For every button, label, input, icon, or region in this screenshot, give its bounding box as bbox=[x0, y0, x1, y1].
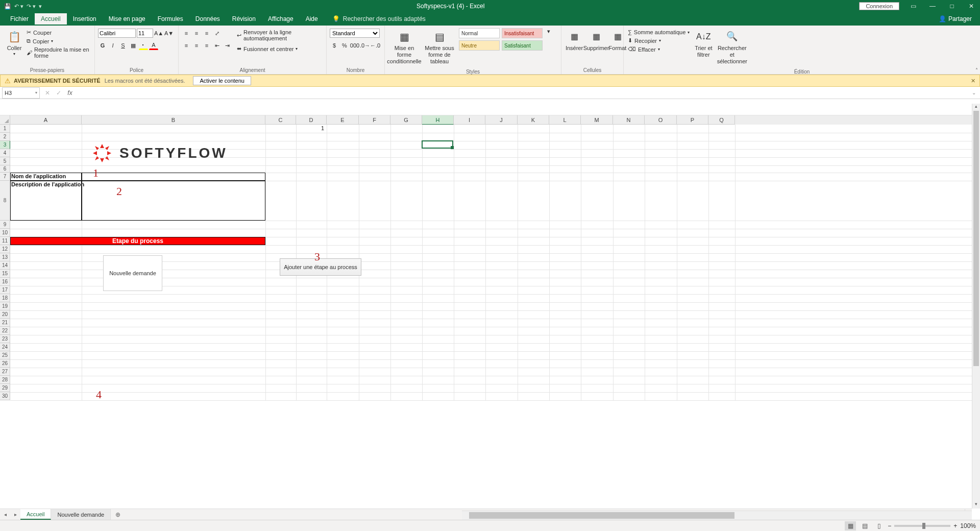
row-header-17[interactable]: 17 bbox=[0, 286, 10, 294]
row-header-13[interactable]: 13 bbox=[0, 253, 10, 261]
menu-accueil[interactable]: Accueil bbox=[35, 13, 67, 25]
percent-icon[interactable]: % bbox=[340, 41, 349, 50]
decrease-decimal-icon[interactable]: ←.0 bbox=[371, 41, 380, 50]
insert-cells-button[interactable]: ▦Insérer bbox=[565, 27, 584, 54]
row-header-30[interactable]: 30 bbox=[0, 392, 10, 400]
fill-color-button[interactable]: 🞍 bbox=[139, 41, 148, 50]
cut-button[interactable]: ✂Couper bbox=[26, 29, 91, 36]
menu-insertion[interactable]: Insertion bbox=[67, 13, 103, 25]
col-header-A[interactable]: A bbox=[10, 115, 82, 125]
col-header-P[interactable]: P bbox=[677, 115, 708, 125]
row-header-9[interactable]: 9 bbox=[0, 221, 10, 229]
nouvelle-demande-box[interactable]: Nouvelle demande bbox=[103, 255, 162, 291]
underline-button[interactable]: S bbox=[118, 41, 128, 50]
menu-aide[interactable]: Aide bbox=[300, 13, 324, 25]
col-header-E[interactable]: E bbox=[327, 115, 359, 125]
cell-a7-label[interactable]: Nom de l'application bbox=[11, 173, 66, 179]
font-color-button[interactable]: A bbox=[149, 41, 158, 50]
font-size-combo[interactable] bbox=[137, 29, 153, 38]
row-header-28[interactable]: 28 bbox=[0, 376, 10, 384]
menu-donnees[interactable]: Données bbox=[189, 13, 226, 25]
ajouter-etape-button[interactable]: Ajouter une étape au process bbox=[280, 258, 361, 276]
row-header-23[interactable]: 23 bbox=[0, 335, 10, 343]
row-header-20[interactable]: 20 bbox=[0, 310, 10, 319]
italic-button[interactable]: I bbox=[108, 41, 117, 50]
row-header-5[interactable]: 5 bbox=[0, 157, 10, 165]
menu-formules[interactable]: Formules bbox=[152, 13, 189, 25]
row-header-14[interactable]: 14 bbox=[0, 261, 10, 270]
col-header-C[interactable]: C bbox=[265, 115, 296, 125]
row-header-24[interactable]: 24 bbox=[0, 343, 10, 351]
row-header-11[interactable]: 11 bbox=[0, 237, 10, 245]
col-header-H[interactable]: H bbox=[422, 115, 454, 125]
cell-d1[interactable]: 1 bbox=[296, 125, 326, 131]
align-middle-icon[interactable]: ≡ bbox=[192, 29, 201, 38]
sheet-tab-nouvelle-demande[interactable]: Nouvelle demande bbox=[51, 509, 111, 520]
cell-b8[interactable] bbox=[82, 181, 265, 221]
align-left-icon[interactable]: ≡ bbox=[182, 41, 191, 50]
hscroll-thumb[interactable] bbox=[469, 512, 734, 519]
orientation-icon[interactable]: ⤢ bbox=[212, 29, 222, 38]
merge-center-button[interactable]: ⬌Fusionner et centrer▾ bbox=[236, 45, 323, 53]
normal-view-icon[interactable]: ▦ bbox=[845, 521, 856, 530]
autosum-button[interactable]: ∑Somme automatique▾ bbox=[627, 29, 691, 36]
col-header-J[interactable]: J bbox=[485, 115, 518, 125]
sheet-tab-accueil[interactable]: Accueil bbox=[20, 509, 51, 520]
styles-more-icon[interactable]: ▾ bbox=[544, 27, 553, 36]
ribbon-display-icon[interactable]: ▭ bbox=[904, 0, 922, 12]
etape-process-header[interactable]: Etape du process bbox=[10, 237, 265, 245]
zoom-out-icon[interactable]: − bbox=[888, 522, 891, 529]
sheet-nav-prev-icon[interactable]: ▸ bbox=[10, 509, 20, 520]
page-layout-view-icon[interactable]: ▤ bbox=[859, 521, 870, 530]
share-button[interactable]: Partager bbox=[948, 15, 972, 22]
name-box[interactable]: H3 bbox=[2, 87, 40, 99]
borders-button[interactable]: ▦ bbox=[129, 41, 138, 50]
col-header-D[interactable]: D bbox=[296, 115, 327, 125]
cell-a8-label[interactable]: Description de l'application bbox=[11, 181, 84, 187]
align-bottom-icon[interactable]: ≡ bbox=[202, 29, 211, 38]
close-warning-icon[interactable]: ✕ bbox=[971, 78, 975, 84]
row-header-12[interactable]: 12 bbox=[0, 245, 10, 253]
clear-button[interactable]: ⌫Effacer▾ bbox=[627, 45, 691, 53]
menu-affichage[interactable]: Affichage bbox=[262, 13, 300, 25]
row-header-6[interactable]: 6 bbox=[0, 165, 10, 173]
undo-icon[interactable]: ↶ ▾ bbox=[14, 3, 23, 10]
row-header-26[interactable]: 26 bbox=[0, 359, 10, 368]
share-icon[interactable]: 👤 bbox=[939, 15, 946, 22]
scroll-down-icon[interactable]: ▾ bbox=[972, 501, 980, 509]
menu-revision[interactable]: Révision bbox=[226, 13, 262, 25]
tell-me-search[interactable]: Rechercher des outils adaptés bbox=[343, 15, 426, 22]
login-button[interactable]: Connexion bbox=[859, 2, 899, 10]
row-header-29[interactable]: 29 bbox=[0, 384, 10, 392]
row-header-15[interactable]: 15 bbox=[0, 270, 10, 278]
style-bad[interactable]: Insatisfaisant bbox=[502, 28, 543, 38]
menu-fichier[interactable]: Fichier bbox=[4, 13, 35, 25]
col-header-F[interactable]: F bbox=[359, 115, 390, 125]
increase-font-icon[interactable]: A▲ bbox=[154, 29, 163, 38]
cell-b7[interactable] bbox=[82, 173, 265, 181]
col-header-B[interactable]: B bbox=[82, 115, 265, 125]
vscroll-thumb[interactable] bbox=[973, 111, 979, 366]
enable-content-button[interactable]: Activer le contenu bbox=[193, 76, 251, 85]
zoom-level[interactable]: 100% bbox=[960, 522, 976, 529]
conditional-format-button[interactable]: ▦Mise en forme conditionnelle bbox=[388, 27, 421, 67]
tell-me-lightbulb-icon[interactable]: 💡 bbox=[332, 15, 340, 22]
col-header-Q[interactable]: Q bbox=[708, 115, 735, 125]
save-icon[interactable]: 💾 bbox=[4, 3, 11, 10]
delete-cells-button[interactable]: ▦Supprimer bbox=[584, 27, 608, 54]
spreadsheet-grid[interactable]: ABCDEFGHIJKLMNOPQ 1234567891011121314151… bbox=[0, 115, 980, 509]
row-header-4[interactable]: 4 bbox=[0, 149, 10, 157]
formula-input[interactable] bbox=[76, 87, 972, 99]
fill-button[interactable]: ⬇Recopier▾ bbox=[627, 37, 691, 44]
copy-button[interactable]: ⧉Copier▾ bbox=[26, 37, 91, 45]
sort-filter-button[interactable]: A↓ZTrier et filtrer bbox=[691, 27, 716, 60]
align-right-icon[interactable]: ≡ bbox=[202, 41, 211, 50]
minimize-icon[interactable]: — bbox=[924, 0, 941, 12]
row-header-8[interactable]: 8 bbox=[0, 181, 10, 221]
increase-indent-icon[interactable]: ⇥ bbox=[223, 41, 232, 50]
scroll-up-icon[interactable]: ▴ bbox=[972, 104, 980, 111]
accounting-icon[interactable]: $ bbox=[330, 41, 339, 50]
row-header-3[interactable]: 3 bbox=[0, 141, 10, 149]
decrease-indent-icon[interactable]: ⇤ bbox=[212, 41, 222, 50]
col-header-G[interactable]: G bbox=[390, 115, 422, 125]
